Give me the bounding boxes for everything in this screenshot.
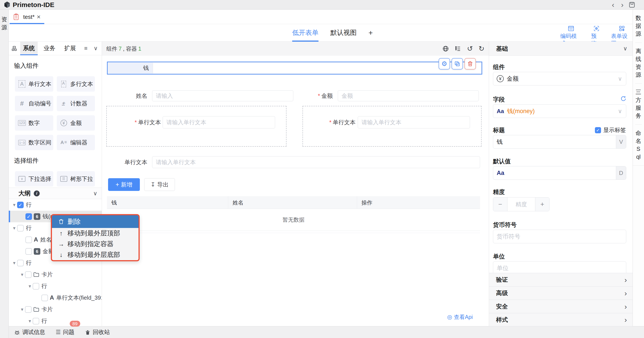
outline-header[interactable]: 大纲 i ∨: [9, 188, 102, 199]
save-icon[interactable]: [629, 2, 635, 8]
tree-row-card[interactable]: ▾ 卡片: [9, 304, 102, 315]
resources-strip-item[interactable]: 资源: [1, 15, 8, 32]
strip-item-datasource[interactable]: 数据源: [635, 10, 642, 42]
component-single-line-text[interactable]: A 单行文本: [15, 76, 53, 92]
menu-item-delete[interactable]: 删除: [52, 215, 138, 228]
view-api-link[interactable]: ◎ 查看Api: [447, 314, 473, 321]
decrement-button[interactable]: −: [493, 198, 507, 211]
tree-checkbox[interactable]: [33, 283, 39, 290]
redo-icon[interactable]: ↻: [478, 45, 484, 52]
strip-item-named-sql[interactable]: 命名Sql: [635, 124, 642, 166]
section-security[interactable]: 安全 ›: [489, 300, 632, 313]
outline-collapse-icon[interactable]: ∨: [93, 190, 97, 197]
problems-button[interactable]: ☰ 问题 89: [56, 326, 74, 338]
column-header-actions[interactable]: 操作: [357, 196, 480, 209]
component-multi-line-text[interactable]: A 多行文本: [57, 76, 95, 92]
tree-checkbox[interactable]: [17, 260, 24, 266]
card-text-input[interactable]: [358, 116, 470, 128]
tab-business[interactable]: 业务: [41, 42, 58, 55]
tab-menu-icon[interactable]: ≡: [84, 45, 88, 52]
field-delete-button[interactable]: [464, 58, 476, 70]
strip-item-third-party[interactable]: 三方服务: [635, 84, 642, 124]
component-money[interactable]: ¥ 金额: [57, 115, 95, 131]
menu-item-move-top[interactable]: ↑ 移动到最外层顶部: [52, 228, 138, 239]
tab-close-icon[interactable]: ×: [37, 14, 41, 20]
menu-item-move-bottom[interactable]: ↓ 移动到最外层底部: [52, 250, 138, 260]
add-row-button[interactable]: + 新增: [108, 178, 140, 191]
tree-row-card[interactable]: ▾ 卡片: [9, 269, 102, 280]
tree-checkbox[interactable]: [26, 248, 32, 255]
tab-system[interactable]: 系统: [20, 42, 38, 55]
component-grid-icon[interactable]: [12, 46, 17, 51]
tree-checkbox[interactable]: ✓: [17, 202, 24, 208]
unit-input[interactable]: [493, 262, 626, 275]
field-settings-button[interactable]: ⚙: [438, 58, 450, 70]
amount-field-input[interactable]: [338, 90, 479, 101]
tab-default-view[interactable]: 默认视图: [330, 24, 357, 42]
title-variable-button[interactable]: V: [616, 135, 626, 148]
caret-down-icon[interactable]: ▾: [28, 318, 32, 324]
menu-item-move-to-container[interactable]: → 移动到指定容器: [52, 239, 138, 250]
tab-extension[interactable]: 扩展: [62, 42, 79, 55]
card-container[interactable]: *单行文本: [106, 106, 286, 147]
caret-down-icon[interactable]: ▾: [12, 225, 16, 231]
component-type-select[interactable]: ¥ 金额 ∨: [493, 72, 626, 86]
caret-down-icon[interactable]: ▾: [12, 202, 16, 208]
caret-down-icon[interactable]: ▾: [28, 284, 32, 289]
component-tree-dropdown[interactable]: ☰ 树形下拉: [57, 171, 95, 186]
tree-row[interactable]: ▾ 行: [9, 315, 102, 326]
export-button[interactable]: ↧ 导出: [144, 178, 175, 191]
field-binding-select[interactable]: Aa 钱(money) ∨: [493, 104, 626, 118]
outline-list-icon[interactable]: [454, 45, 461, 52]
component-auto-number[interactable]: # 自动编号: [15, 96, 53, 111]
show-label-checkbox[interactable]: ✓ 显示标签: [595, 126, 626, 134]
component-number[interactable]: 123 数字: [15, 115, 53, 131]
selected-money-field[interactable]: 钱 ⚙: [107, 62, 482, 74]
tree-checkbox[interactable]: [17, 225, 24, 232]
component-editor[interactable]: A≡ 编辑器: [57, 135, 95, 150]
precision-input[interactable]: [508, 201, 535, 208]
caret-down-icon[interactable]: ▾: [12, 260, 16, 266]
tab-lowcode-form[interactable]: 低开表单: [292, 24, 318, 42]
plain-text-input[interactable]: [152, 156, 480, 168]
tree-checkbox[interactable]: [42, 294, 48, 301]
collapse-panel-icon[interactable]: ∨: [94, 45, 98, 52]
default-value-input[interactable]: [493, 166, 616, 180]
component-dropdown-select[interactable]: ∨ 下拉选择: [15, 171, 53, 186]
currency-symbol-input[interactable]: [493, 230, 626, 243]
component-counter[interactable]: ± 计数器: [57, 96, 95, 111]
tree-row[interactable]: ▾ ✓ 行: [9, 199, 102, 211]
section-basic-header[interactable]: 基础 ∨: [489, 42, 632, 56]
strip-item-offline-resource[interactable]: 离线资源: [635, 42, 642, 84]
column-header-money[interactable]: 钱: [107, 196, 228, 209]
nav-forward-icon[interactable]: ›: [618, 0, 626, 10]
default-dynamic-button[interactable]: D: [616, 166, 626, 180]
field-copy-button[interactable]: [452, 58, 463, 70]
tree-checkbox[interactable]: [25, 306, 32, 313]
undo-icon[interactable]: ↺: [467, 45, 473, 52]
card-text-input[interactable]: [163, 116, 275, 128]
title-input[interactable]: [493, 135, 616, 148]
tree-checkbox[interactable]: [25, 271, 32, 278]
tree-checkbox[interactable]: [33, 318, 39, 324]
tree-checkbox[interactable]: ✓: [26, 213, 32, 220]
increment-button[interactable]: +: [535, 198, 549, 211]
caret-down-icon[interactable]: ▾: [20, 272, 24, 278]
section-validation[interactable]: 验证 ›: [489, 273, 632, 286]
recycle-bin-button[interactable]: 回收站: [85, 326, 110, 338]
debug-info-button[interactable]: 调试信息: [14, 326, 45, 338]
i18n-globe-icon[interactable]: [442, 45, 449, 52]
tree-row[interactable]: ▾ 行: [9, 280, 102, 292]
refresh-field-icon[interactable]: [620, 96, 626, 102]
caret-down-icon[interactable]: ▾: [20, 307, 24, 312]
money-field-input[interactable]: [153, 62, 482, 74]
tree-row-text-field[interactable]: A 单行文本(field_391: [9, 292, 102, 304]
nav-back-icon[interactable]: ‹: [609, 0, 617, 10]
column-header-name[interactable]: 姓名: [228, 196, 357, 209]
tree-checkbox[interactable]: [26, 236, 32, 243]
name-field-input[interactable]: [152, 90, 293, 101]
section-style[interactable]: 样式 ›: [489, 313, 632, 326]
card-container[interactable]: *单行文本: [302, 106, 482, 147]
tab-test[interactable]: test* ×: [10, 10, 44, 24]
component-number-range[interactable]: 1~3 数字区间: [15, 135, 53, 150]
